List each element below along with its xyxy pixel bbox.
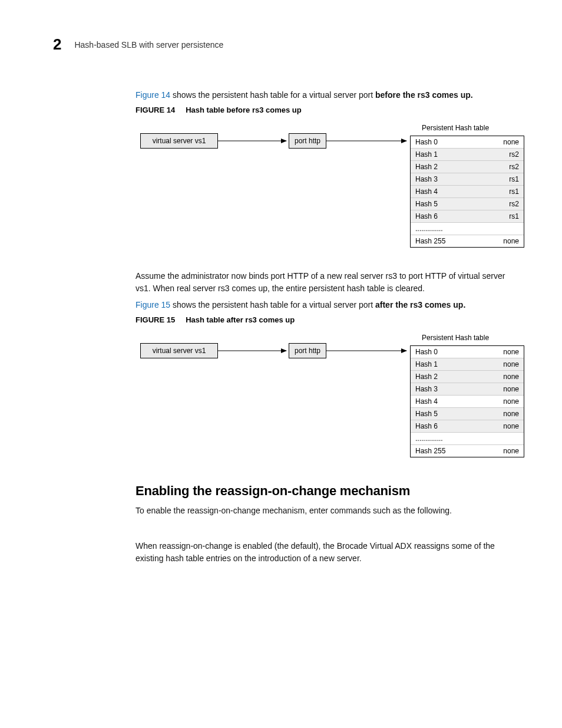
- hash-value: rs2: [478, 161, 524, 173]
- intro-fig15-bold: after the rs3 comes up.: [375, 300, 465, 309]
- hash-value: none: [478, 235, 524, 247]
- hash-key: Hash 1: [411, 358, 478, 370]
- hash-key: Hash 2: [411, 161, 478, 173]
- page-header: 2 Hash-based SLB with server persistence: [53, 35, 515, 54]
- figure-14-label: FIGURE 14: [135, 106, 175, 114]
- table-row: Hash 2rs2: [411, 161, 524, 173]
- hash-key: ..............: [411, 433, 478, 444]
- hash-table-title: Persistent Hash table: [422, 124, 489, 132]
- table-row: Hash 4rs1: [411, 186, 524, 198]
- table-row: Hash 2none: [411, 371, 524, 383]
- section-p1: To enable the reassign-on-change mechani…: [135, 505, 515, 516]
- hash-value: none: [478, 396, 524, 407]
- hash-key: Hash 0: [411, 346, 478, 358]
- hash-key: Hash 6: [411, 420, 478, 432]
- hash-value: rs2: [478, 149, 524, 160]
- figure-14-link[interactable]: Figure 14: [135, 90, 170, 100]
- hash-key: Hash 3: [411, 173, 478, 185]
- intro-fig15-text: shows the persistent hash table for a vi…: [170, 300, 375, 309]
- table-row: Hash 255none: [411, 445, 524, 457]
- hash-value: rs2: [478, 198, 524, 210]
- hash-key: Hash 255: [411, 445, 478, 457]
- table-row: Hash 5rs2: [411, 198, 524, 210]
- table-row: Hash 0none: [411, 136, 524, 149]
- hash-key: Hash 5: [411, 408, 478, 420]
- hash-value: none: [478, 383, 524, 395]
- figure-15-diagram: virtual server vs1 port http Persistent …: [135, 334, 515, 469]
- hash-value: none: [478, 136, 524, 148]
- figure-15-link[interactable]: Figure 15: [135, 300, 170, 309]
- table-row: Hash 6none: [411, 420, 524, 433]
- section-title: Hash-based SLB with server persistence: [74, 40, 223, 50]
- hash-table-14: Hash 0noneHash 1rs2Hash 2rs2Hash 3rs1Has…: [410, 136, 524, 248]
- table-row: Hash 5none: [411, 408, 524, 420]
- intro-paragraph-fig14: Figure 14 shows the persistent hash tabl…: [135, 89, 515, 101]
- table-row: Hash 1none: [411, 358, 524, 371]
- hash-table-title: Persistent Hash table: [422, 334, 489, 342]
- figure-15-caption-text: Hash table after rs3 comes up: [186, 315, 295, 324]
- figure-14-caption: FIGURE 14Hash table before rs3 comes up: [135, 106, 515, 114]
- table-row: ..............: [411, 223, 524, 235]
- table-row: Hash 0none: [411, 346, 524, 358]
- figure-14-diagram: virtual server vs1 port http Persistent …: [135, 124, 515, 259]
- table-row: Hash 3none: [411, 383, 524, 396]
- hash-value: none: [478, 420, 524, 432]
- hash-value: none: [478, 408, 524, 420]
- hash-value: none: [478, 358, 524, 370]
- hash-key: Hash 1: [411, 149, 478, 160]
- mid-paragraph: Assume the administrator now binds port …: [135, 270, 515, 294]
- intro-fig14-text: shows the persistent hash table for a vi…: [170, 90, 375, 100]
- hash-key: Hash 4: [411, 396, 478, 407]
- table-row: ..............: [411, 433, 524, 445]
- figure-15-label: FIGURE 15: [135, 315, 175, 324]
- figure-15-caption: FIGURE 15Hash table after rs3 comes up: [135, 315, 515, 324]
- hash-key: Hash 255: [411, 235, 478, 247]
- hash-key: Hash 6: [411, 210, 478, 222]
- hash-value: rs1: [478, 210, 524, 222]
- intro-fig14-bold: before the rs3 comes up.: [375, 90, 473, 100]
- hash-value: [478, 433, 524, 444]
- table-row: Hash 255none: [411, 235, 524, 247]
- hash-value: none: [478, 445, 524, 457]
- table-row: Hash 4none: [411, 396, 524, 408]
- hash-key: Hash 0: [411, 136, 478, 148]
- hash-key: Hash 3: [411, 383, 478, 395]
- section-heading: Enabling the reassign-on-change mechanis…: [135, 483, 515, 499]
- hash-value: rs1: [478, 186, 524, 197]
- hash-value: none: [478, 371, 524, 383]
- hash-key: Hash 4: [411, 186, 478, 197]
- hash-key: ..............: [411, 223, 478, 235]
- hash-table-15: Hash 0noneHash 1noneHash 2noneHash 3none…: [410, 345, 524, 457]
- hash-key: Hash 5: [411, 198, 478, 210]
- section-p2: When reassign-on-change is enabled (the …: [135, 540, 515, 564]
- chapter-number: 2: [53, 35, 61, 54]
- hash-value: [478, 223, 524, 235]
- table-row: Hash 1rs2: [411, 149, 524, 161]
- hash-value: rs1: [478, 173, 524, 185]
- hash-value: none: [478, 346, 524, 358]
- table-row: Hash 3rs1: [411, 173, 524, 186]
- table-row: Hash 6rs1: [411, 210, 524, 223]
- hash-key: Hash 2: [411, 371, 478, 383]
- intro-paragraph-fig15: Figure 15 shows the persistent hash tabl…: [135, 299, 515, 311]
- figure-14-caption-text: Hash table before rs3 comes up: [186, 106, 302, 114]
